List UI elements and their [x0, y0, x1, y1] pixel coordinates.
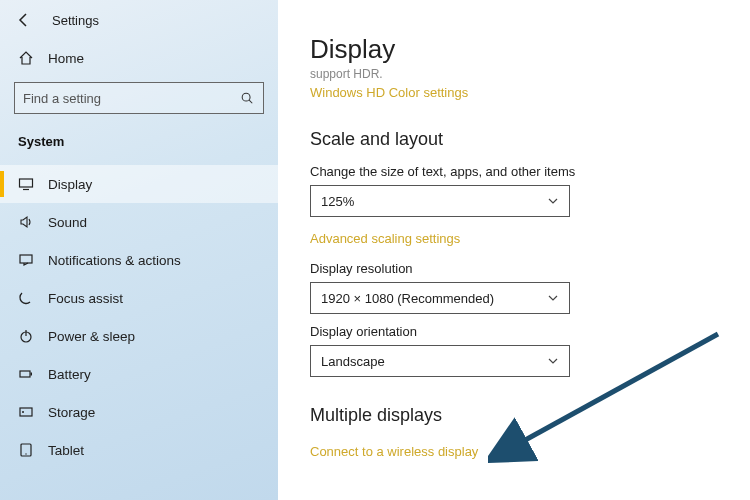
sidebar-item-storage[interactable]: Storage — [0, 393, 278, 431]
search-container — [0, 76, 278, 124]
sidebar-group-label: System — [0, 124, 278, 165]
search-box[interactable] — [14, 82, 264, 114]
display-icon — [18, 176, 34, 192]
sidebar-item-display[interactable]: Display — [0, 165, 278, 203]
sidebar-item-tablet[interactable]: Tablet — [0, 431, 278, 469]
sidebar-item-sound[interactable]: Sound — [0, 203, 278, 241]
svg-line-1 — [249, 100, 252, 103]
svg-rect-7 — [20, 371, 30, 377]
svg-rect-9 — [20, 408, 32, 416]
nav-label: Power & sleep — [48, 329, 135, 344]
nav-label: Focus assist — [48, 291, 123, 306]
search-icon — [239, 90, 255, 106]
resolution-label: Display resolution — [310, 261, 718, 276]
topbar: Settings — [0, 12, 278, 40]
nav-label: Storage — [48, 405, 95, 420]
focus-assist-icon — [18, 290, 34, 306]
scale-label: Change the size of text, apps, and other… — [310, 164, 718, 179]
chevron-down-icon — [547, 195, 559, 207]
back-button[interactable] — [16, 12, 32, 28]
svg-point-12 — [25, 453, 26, 454]
svg-rect-8 — [31, 373, 33, 376]
main-content: Display support HDR. Windows HD Color se… — [278, 0, 750, 500]
chevron-down-icon — [547, 292, 559, 304]
home-label: Home — [48, 51, 84, 66]
annotation-arrow — [488, 324, 728, 464]
scale-value: 125% — [321, 194, 354, 209]
storage-icon — [18, 404, 34, 420]
nav-label: Battery — [48, 367, 91, 382]
sound-icon — [18, 214, 34, 230]
sidebar: Settings Home System Display Sound — [0, 0, 278, 500]
resolution-group: Display resolution 1920 × 1080 (Recommen… — [310, 261, 718, 314]
advanced-scaling-link[interactable]: Advanced scaling settings — [310, 231, 460, 246]
svg-rect-2 — [20, 179, 33, 187]
orientation-value: Landscape — [321, 354, 385, 369]
svg-rect-4 — [20, 255, 32, 263]
svg-point-10 — [22, 411, 24, 413]
svg-line-13 — [518, 334, 718, 444]
resolution-select[interactable]: 1920 × 1080 (Recommended) — [310, 282, 570, 314]
wireless-display-link[interactable]: Connect to a wireless display — [310, 444, 478, 459]
tablet-icon — [18, 442, 34, 458]
nav-label: Sound — [48, 215, 87, 230]
resolution-value: 1920 × 1080 (Recommended) — [321, 291, 494, 306]
svg-point-0 — [242, 93, 250, 101]
scale-group: Change the size of text, apps, and other… — [310, 164, 718, 247]
search-input[interactable] — [23, 91, 239, 106]
page-title: Display — [310, 34, 718, 65]
hd-color-settings-link[interactable]: Windows HD Color settings — [310, 85, 468, 100]
settings-app: Settings Home System Display Sound — [0, 0, 750, 500]
hdr-hint: support HDR. — [310, 67, 718, 81]
notifications-icon — [18, 252, 34, 268]
scale-layout-heading: Scale and layout — [310, 129, 718, 150]
scale-select[interactable]: 125% — [310, 185, 570, 217]
sidebar-item-focus-assist[interactable]: Focus assist — [0, 279, 278, 317]
power-icon — [18, 328, 34, 344]
nav-label: Display — [48, 177, 92, 192]
nav-label: Notifications & actions — [48, 253, 181, 268]
home-icon — [18, 50, 34, 66]
sidebar-item-power-sleep[interactable]: Power & sleep — [0, 317, 278, 355]
nav-label: Tablet — [48, 443, 84, 458]
battery-icon — [18, 366, 34, 382]
sidebar-item-notifications[interactable]: Notifications & actions — [0, 241, 278, 279]
sidebar-item-battery[interactable]: Battery — [0, 355, 278, 393]
sidebar-item-home[interactable]: Home — [0, 40, 278, 76]
window-title: Settings — [52, 13, 99, 28]
